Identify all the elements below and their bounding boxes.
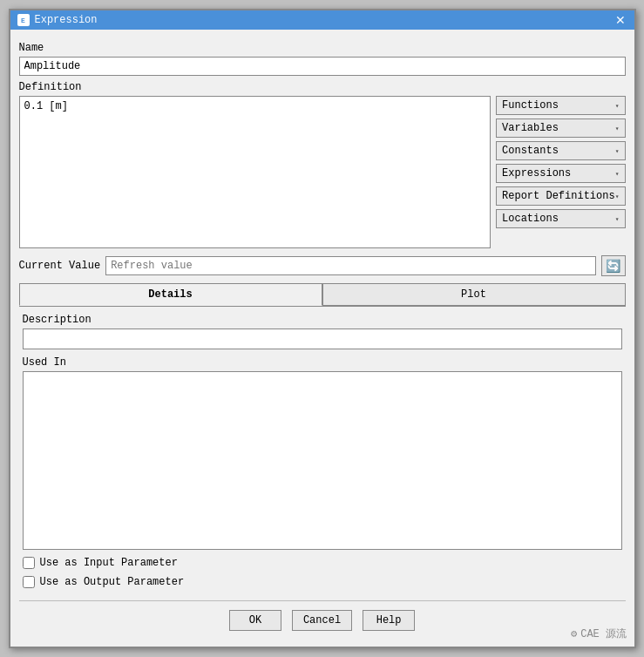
definition-textarea[interactable]: 0.1 [m] [19, 96, 491, 248]
used-in-box [23, 371, 622, 550]
tab-plot-label: Plot [461, 288, 486, 301]
dialog-icon: E [17, 14, 30, 26]
input-parameter-checkbox[interactable] [23, 557, 35, 569]
locations-btn[interactable]: Locations ▾ [496, 209, 625, 228]
used-in-label: Used In [23, 356, 622, 369]
expression-dialog: E Expression ✕ Name Definition 0.1 [m] F… [9, 9, 636, 648]
help-label: Help [376, 614, 402, 627]
title-bar: E Expression ✕ [10, 10, 634, 30]
current-value-label: Current Value [19, 260, 101, 272]
watermark-icon: ⚙ [571, 627, 577, 640]
tab-details-content: Description Used In Use as Input Paramet… [19, 307, 626, 595]
variables-arrow-icon: ▾ [615, 125, 620, 132]
sidebar-buttons: Functions ▾ Variables ▾ Constants ▾ Expr… [496, 96, 625, 248]
functions-arrow-icon: ▾ [615, 102, 620, 110]
functions-btn[interactable]: Functions ▾ [496, 96, 625, 115]
current-value-row: Current Value 🔄 [19, 255, 626, 276]
constants-arrow-icon: ▾ [615, 147, 620, 155]
locations-arrow-icon: ▾ [615, 215, 620, 223]
tabs-row: Details Plot [19, 283, 626, 307]
description-input[interactable] [23, 328, 622, 349]
definition-area: 0.1 [m] Functions ▾ Variables ▾ Constant… [19, 96, 626, 248]
expressions-arrow-icon: ▾ [615, 170, 620, 178]
refresh-button[interactable]: 🔄 [601, 255, 626, 276]
dialog-body: Name Definition 0.1 [m] Functions ▾ Vari… [10, 30, 634, 647]
title-bar-left: E Expression [17, 14, 98, 26]
current-value-input[interactable] [105, 256, 595, 275]
constants-btn[interactable]: Constants ▾ [496, 141, 625, 160]
refresh-icon: 🔄 [606, 259, 620, 273]
definition-label: Definition [19, 81, 626, 93]
cancel-label: Cancel [303, 614, 341, 627]
help-button[interactable]: Help [363, 610, 415, 631]
expressions-label: Expressions [502, 167, 571, 179]
variables-btn[interactable]: Variables ▾ [496, 119, 625, 138]
report-definitions-label: Report Definitions [502, 190, 615, 202]
tab-details[interactable]: Details [19, 283, 322, 306]
watermark-text: CAE 源流 [580, 627, 627, 641]
tab-plot[interactable]: Plot [322, 283, 626, 306]
ok-label: OK [249, 614, 261, 627]
close-button[interactable]: ✕ [613, 14, 627, 26]
ok-button[interactable]: OK [229, 610, 281, 631]
constants-label: Constants [502, 145, 559, 157]
report-definitions-btn[interactable]: Report Definitions ▾ [496, 186, 625, 206]
functions-label: Functions [502, 99, 559, 112]
variables-label: Variables [502, 122, 559, 134]
output-parameter-label: Use as Output Parameter [40, 576, 185, 588]
cancel-button[interactable]: Cancel [292, 610, 352, 631]
watermark: ⚙ CAE 源流 [571, 627, 627, 641]
name-label: Name [19, 42, 626, 54]
input-parameter-row: Use as Input Parameter [23, 557, 622, 569]
report-definitions-arrow-icon: ▾ [615, 193, 620, 200]
description-label: Description [23, 314, 622, 326]
input-parameter-label: Use as Input Parameter [40, 557, 178, 569]
output-parameter-checkbox[interactable] [23, 576, 35, 588]
name-input[interactable] [19, 57, 626, 76]
output-parameter-row: Use as Output Parameter [23, 576, 622, 588]
locations-label: Locations [502, 213, 559, 225]
expressions-btn[interactable]: Expressions ▾ [496, 164, 625, 183]
tab-details-label: Details [148, 288, 192, 301]
bottom-buttons: OK Cancel Help [19, 600, 626, 640]
dialog-title: Expression [35, 14, 98, 26]
